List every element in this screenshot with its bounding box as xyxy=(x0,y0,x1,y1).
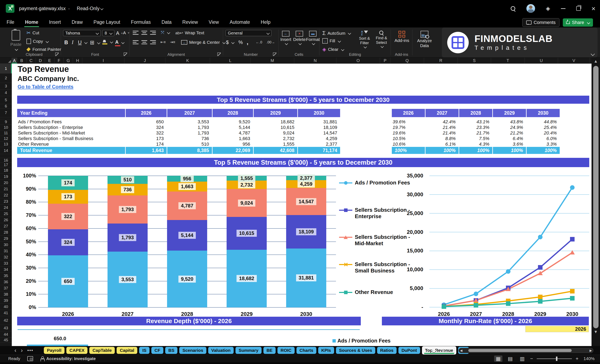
column-header-K[interactable]: K xyxy=(165,58,210,64)
number-dialog-launcher[interactable] xyxy=(273,53,276,56)
share-button[interactable]: Share xyxy=(563,18,593,27)
comments-button[interactable]: Comments xyxy=(522,18,560,27)
align-left-button[interactable] xyxy=(133,40,139,44)
scroll-up-icon[interactable]: ▲ xyxy=(594,58,598,65)
percent-style-button[interactable]: % xyxy=(238,39,243,45)
row-header-32[interactable]: 32 xyxy=(0,254,12,260)
row-header-39[interactable]: 39 xyxy=(0,298,12,304)
merge-center-button[interactable]: ↔Merge & Center xyxy=(181,40,225,45)
search-icon[interactable] xyxy=(510,6,516,11)
column-header-V[interactable]: V xyxy=(558,58,590,64)
sheet-tab-payroll[interactable]: Payroll xyxy=(44,347,65,354)
row-header-5[interactable]: 5 xyxy=(0,96,12,104)
row-header-43[interactable]: 43 xyxy=(0,325,12,331)
row-header-15[interactable] xyxy=(0,154,12,158)
sheet-tab-dupont[interactable]: DuPont xyxy=(398,347,420,354)
legend-entry[interactable]: Ads / Promotion Fees xyxy=(339,180,421,186)
close-button[interactable]: × xyxy=(591,5,595,12)
column-header-A[interactable]: A xyxy=(12,58,17,64)
row-header-29[interactable]: 29 xyxy=(0,236,12,242)
new-sheet-button[interactable]: + xyxy=(442,347,445,354)
copy-button[interactable]: Copy xyxy=(27,39,48,44)
column-header-N[interactable]: N xyxy=(294,58,336,64)
clipboard-dialog-launcher[interactable] xyxy=(55,53,59,56)
menu-tab-draw[interactable]: Draw xyxy=(71,18,83,26)
borders-button[interactable]: ⊞ xyxy=(90,40,100,45)
row-header-1[interactable]: 1 xyxy=(0,64,12,73)
zoom-out-button[interactable]: − xyxy=(530,356,533,362)
row-header-10[interactable]: 10 xyxy=(0,125,12,130)
zoom-in-button[interactable]: + xyxy=(576,356,579,362)
row-header-18[interactable]: 18 xyxy=(0,167,12,173)
decrease-font-button[interactable]: A˅ xyxy=(123,30,130,35)
paste-button[interactable]: Paste xyxy=(10,30,21,50)
italic-button[interactable]: I xyxy=(72,39,73,45)
column-header-C[interactable]: C xyxy=(27,58,36,64)
column-header-T[interactable]: T xyxy=(491,58,525,64)
column-header-U[interactable]: U xyxy=(525,58,558,64)
row-header-19[interactable]: 19 xyxy=(0,173,12,180)
scroll-down-icon[interactable]: ▼ xyxy=(594,328,598,335)
horizontal-scrollbar[interactable]: ◀ ▶ xyxy=(459,348,593,353)
column-header-J[interactable]: J xyxy=(124,58,165,64)
account-avatar[interactable] xyxy=(526,4,535,13)
row-header-45[interactable]: 45 xyxy=(0,337,12,343)
sheet-tab-captable[interactable]: CapTable xyxy=(89,347,115,354)
row-header-2[interactable]: 2 xyxy=(0,73,12,83)
fill-button[interactable]: ↓Fill xyxy=(322,38,340,44)
wrap-text-button[interactable]: ab↩Wrap Text xyxy=(175,30,204,35)
zoom-slider[interactable] xyxy=(537,358,572,359)
menu-tab-automate[interactable]: Automate xyxy=(229,18,250,26)
column-header-F[interactable]: F xyxy=(54,58,64,64)
readonly-chevron-icon[interactable] xyxy=(100,7,103,10)
row-header-40[interactable]: 40 xyxy=(0,304,12,310)
column-header-D[interactable]: D xyxy=(36,58,45,64)
bold-button[interactable]: B xyxy=(64,39,68,46)
menu-tab-formulas[interactable]: Formulas xyxy=(131,18,151,26)
increase-indent-button[interactable]: ⇥≡ xyxy=(170,40,175,45)
font-size-select[interactable]: 8 xyxy=(102,30,114,36)
menu-tab-file[interactable]: File xyxy=(6,18,15,26)
row-header-17[interactable]: 17 xyxy=(0,163,12,167)
row-header-33[interactable]: 33 xyxy=(0,260,12,266)
decrease-indent-button[interactable]: ⇤≡ xyxy=(160,40,166,45)
font-color-button[interactable]: A xyxy=(115,39,124,46)
menu-tab-home[interactable]: Home xyxy=(25,18,39,26)
select-all-corner[interactable] xyxy=(0,58,12,64)
row-header-44[interactable]: 44 xyxy=(0,331,12,337)
analyze-data-button[interactable]: Analyze Data xyxy=(416,31,433,48)
premium-diamond-icon[interactable]: ◈ xyxy=(546,6,550,11)
accessibility-icon[interactable] xyxy=(40,356,44,361)
delete-cells-button[interactable]: ×Delete xyxy=(293,31,306,45)
row-header-37[interactable]: 37 xyxy=(0,285,12,291)
normal-view-button[interactable]: ▦ xyxy=(494,355,502,362)
row-header-4[interactable]: 4 xyxy=(0,90,12,96)
autosum-button[interactable]: ΣAutoSum xyxy=(322,30,351,36)
row-header-13[interactable]: 13 xyxy=(0,142,12,147)
sheet-canvas[interactable]: Top Revenue ABC Company Inc. Go to Table… xyxy=(12,64,591,346)
addins-button[interactable]: Add-ins xyxy=(394,31,409,43)
column-header-Q[interactable]: Q xyxy=(390,58,424,64)
row-header-12[interactable]: 12 xyxy=(0,136,12,142)
sheet-tab-is[interactable]: IS xyxy=(139,347,150,354)
column-header-I[interactable]: I xyxy=(82,58,124,64)
page-layout-view-button[interactable]: ▤ xyxy=(506,355,514,362)
sheet-tab-summary[interactable]: Summary xyxy=(235,347,262,354)
sheet-tab-bs[interactable]: BS xyxy=(165,347,178,354)
row-header-30[interactable]: 30 xyxy=(0,242,12,248)
menu-tab-view[interactable]: View xyxy=(208,18,219,26)
runrate-year-cell[interactable]: 2026 xyxy=(525,326,589,332)
row-header-34[interactable]: 34 xyxy=(0,266,12,273)
row-header-11[interactable]: 11 xyxy=(0,130,12,136)
row-header-25[interactable]: 25 xyxy=(0,211,12,217)
align-middle-button[interactable] xyxy=(141,31,147,35)
row-header-8[interactable] xyxy=(0,117,12,119)
font-name-select[interactable]: Tahoma xyxy=(63,30,101,36)
sheet-tab-cf[interactable]: CF xyxy=(151,347,163,354)
row-header-22[interactable]: 22 xyxy=(0,192,12,198)
sheet-tab-top-revenue[interactable]: Top_Revenue xyxy=(422,346,456,355)
zoom-level[interactable]: 140% xyxy=(582,356,595,361)
row-header-27[interactable]: 27 xyxy=(0,223,12,229)
fill-color-button[interactable] xyxy=(102,40,113,44)
tab-overflow-icon[interactable]: ••• xyxy=(431,348,437,353)
